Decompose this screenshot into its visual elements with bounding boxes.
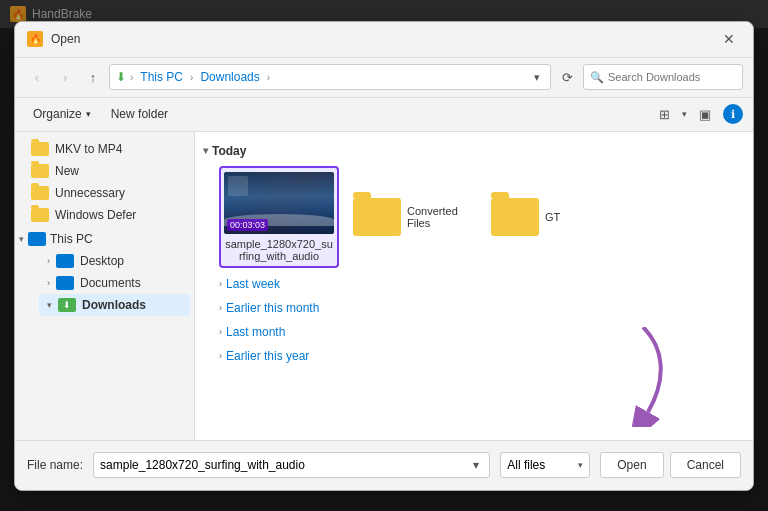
converted-label: Converted Files <box>407 205 471 229</box>
today-label: Today <box>212 144 246 158</box>
folder-icon-windows-defer <box>31 208 49 222</box>
new-folder-button[interactable]: New folder <box>103 101 176 127</box>
breadcrumb-dropdown-button[interactable]: ▾ <box>530 69 544 86</box>
sidebar-label-documents: Documents <box>80 276 141 290</box>
back-button[interactable]: ‹ <box>25 65 49 89</box>
breadcrumb: ⬇ › This PC › Downloads › ▾ <box>109 64 551 90</box>
gt-label: GT <box>545 211 560 223</box>
sidebar-item-documents[interactable]: › Documents <box>39 272 190 294</box>
sidebar-label-windows-defer: Windows Defer <box>55 208 136 222</box>
earlier-month-expand-icon: › <box>219 303 222 313</box>
filename-input-wrapper[interactable]: ▾ <box>93 452 490 478</box>
downloads-expand-icon: ▾ <box>47 300 52 310</box>
filename-label: File name: <box>27 458 83 472</box>
sidebar-label-downloads: Downloads <box>82 298 146 312</box>
docs-icon <box>56 276 74 290</box>
filename-dropdown-icon[interactable]: ▾ <box>469 458 483 472</box>
view-panel-button[interactable]: ▣ <box>691 101 719 127</box>
refresh-button[interactable]: ⟳ <box>555 65 579 89</box>
file-area: ▾ Today 00:03:03 <box>195 132 753 440</box>
earlier-month-label: Earlier this month <box>226 301 319 315</box>
close-button[interactable]: ✕ <box>717 27 741 51</box>
main-area: MKV to MP4 New Unnecessary Windows Defer <box>15 132 753 440</box>
sidebar-sub-thispc: › Desktop › Documents ▾ ⬇ Download <box>15 250 194 316</box>
view-grid-button[interactable]: ⊞ <box>650 101 678 127</box>
desktop-icon <box>56 254 74 268</box>
sidebar-item-desktop[interactable]: › Desktop <box>39 250 190 272</box>
lastweek-label: Last week <box>226 277 280 291</box>
thispc-label: This PC <box>50 232 93 246</box>
cancel-button[interactable]: Cancel <box>670 452 741 478</box>
dialog-title: Open <box>51 32 709 46</box>
dialog-icon: 🔥 <box>27 31 43 47</box>
breadcrumb-thispc[interactable]: This PC <box>137 69 186 85</box>
lastmonth-expand-icon: › <box>219 327 222 337</box>
section-lastmonth[interactable]: › Last month <box>203 320 745 344</box>
sidebar-item-windows-defer[interactable]: Windows Defer <box>19 204 190 226</box>
file-item-gt[interactable]: GT <box>485 166 615 268</box>
view-dropdown-icon: ▾ <box>682 109 687 119</box>
filetype-dropdown-icon: ▾ <box>578 460 583 470</box>
section-lastweek[interactable]: › Last week <box>203 272 745 296</box>
file-item-converted[interactable]: Converted Files <box>347 166 477 268</box>
organize-label: Organize <box>33 107 82 121</box>
earlier-year-expand-icon: › <box>219 351 222 361</box>
file-item-video[interactable]: 00:03:03 sample_1280x720_surfing_with_au… <box>219 166 339 268</box>
file-grid-today: 00:03:03 sample_1280x720_surfing_with_au… <box>203 166 745 268</box>
documents-expand-icon: › <box>47 278 50 288</box>
section-earlier-month[interactable]: › Earlier this month <box>203 296 745 320</box>
downloads-icon: ⬇ <box>58 298 76 312</box>
filetype-select[interactable]: All files ▾ <box>500 452 590 478</box>
open-button[interactable]: Open <box>600 452 663 478</box>
breadcrumb-separator-3: › <box>267 72 270 83</box>
up-button[interactable]: ↑ <box>81 65 105 89</box>
address-bar: ‹ › ↑ ⬇ › This PC › Downloads › ▾ ⟳ 🔍 <box>15 58 753 98</box>
section-earlier-year[interactable]: › Earlier this year <box>203 344 745 368</box>
sidebar-label-desktop: Desktop <box>80 254 124 268</box>
toolbar: Organize ▾ New folder ⊞ ▾ ▣ ℹ <box>15 98 753 132</box>
bottom-bar: File name: ▾ All files ▾ Open Cancel <box>15 440 753 490</box>
earlier-year-label: Earlier this year <box>226 349 309 363</box>
sidebar-group-thispc: ▾ This PC › Desktop › Docume <box>15 228 194 316</box>
sidebar-group-thispc-header[interactable]: ▾ This PC <box>15 228 194 250</box>
sidebar: MKV to MP4 New Unnecessary Windows Defer <box>15 132 195 440</box>
lastweek-expand-icon: › <box>219 279 222 289</box>
folder-icon-new <box>31 164 49 178</box>
breadcrumb-separator-2: › <box>190 72 193 83</box>
sidebar-item-downloads[interactable]: ▾ ⬇ Downloads <box>39 294 190 316</box>
desktop-expand-icon: › <box>47 256 50 266</box>
video-thumbnail: 00:03:03 <box>224 172 334 234</box>
dialog-titlebar: 🔥 Open ✕ <box>15 22 753 58</box>
sidebar-label-new: New <box>55 164 79 178</box>
folder-icon-mkv <box>31 142 49 156</box>
forward-button[interactable]: › <box>53 65 77 89</box>
sidebar-item-unnecessary[interactable]: Unnecessary <box>19 182 190 204</box>
breadcrumb-downloads[interactable]: Downloads <box>197 69 262 85</box>
today-expand-icon[interactable]: ▾ <box>203 145 208 156</box>
organize-button[interactable]: Organize ▾ <box>25 101 99 127</box>
thispc-expand-icon: ▾ <box>19 234 24 244</box>
sidebar-label-mkv: MKV to MP4 <box>55 142 122 156</box>
search-input[interactable] <box>608 71 736 83</box>
search-box[interactable]: 🔍 <box>583 64 743 90</box>
organize-dropdown-icon: ▾ <box>86 109 91 119</box>
pc-icon <box>28 232 46 246</box>
breadcrumb-separator-1: › <box>130 72 133 83</box>
info-button[interactable]: ℹ <box>723 104 743 124</box>
sidebar-item-mkv[interactable]: MKV to MP4 <box>19 138 190 160</box>
folder-icon-unnecessary <box>31 186 49 200</box>
section-today-header: ▾ Today <box>203 144 745 158</box>
sidebar-item-new[interactable]: New <box>19 160 190 182</box>
lastmonth-label: Last month <box>226 325 285 339</box>
action-buttons: Open Cancel <box>600 452 741 478</box>
new-folder-label: New folder <box>111 107 168 121</box>
filename-input[interactable] <box>100 458 465 472</box>
sidebar-label-unnecessary: Unnecessary <box>55 186 125 200</box>
folder-icon-gt <box>491 198 539 236</box>
open-dialog: 🔥 Open ✕ ‹ › ↑ ⬇ › This PC › Downloads ›… <box>14 21 754 491</box>
video-duration: 00:03:03 <box>227 219 268 231</box>
filetype-label: All files <box>507 458 574 472</box>
search-icon: 🔍 <box>590 71 604 84</box>
video-label: sample_1280x720_surfing_with_audio <box>225 238 333 262</box>
dialog-overlay: 🔥 Open ✕ ‹ › ↑ ⬇ › This PC › Downloads ›… <box>0 0 768 511</box>
